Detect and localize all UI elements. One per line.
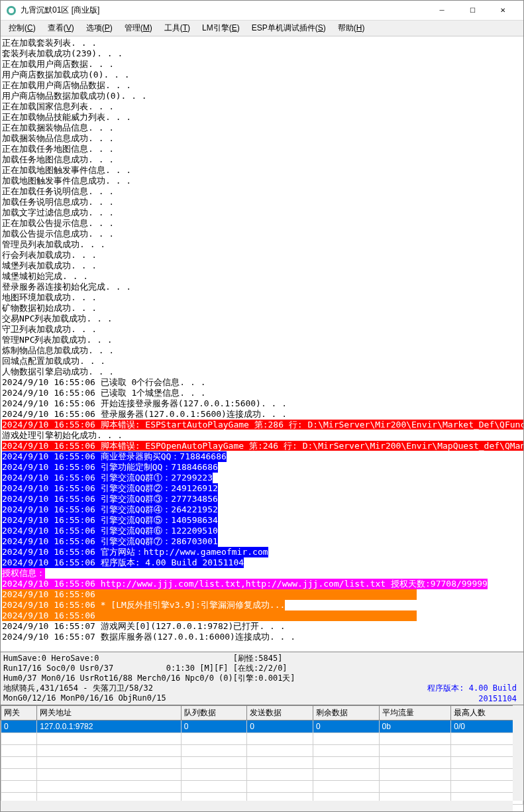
log-line: 正在加载用户商店数据. . .: [2, 59, 114, 69]
status-bar: HumSave:0 HeroSave:0 Run17/16 Soc0/0 Usr…: [1, 652, 523, 705]
log-line: 2024/9/10 16:55:06 登录服务器(127.0.0.1:5600)…: [2, 409, 287, 419]
menu-s[interactable]: ESP单机调试插件(S): [246, 21, 331, 35]
log-line: 正在加载任务说明信息. . .: [2, 186, 114, 196]
column-header[interactable]: 网关地址: [37, 706, 181, 721]
log-line: 守卫列表加载成功. . .: [2, 324, 97, 334]
column-header[interactable]: 发送数据: [247, 706, 313, 721]
column-header[interactable]: 剩余数据: [313, 706, 379, 721]
menu-e[interactable]: LM引擎(E): [197, 21, 245, 35]
log-line: 2024/9/10 16:55:06 引擎交流QQ群⑦：286703001: [2, 536, 218, 547]
log-line: 授权信息：: [2, 568, 45, 579]
svg-point-1: [9, 8, 14, 13]
log-line: 2024/9/10 16:55:06 引擎交流QQ群③：277734856: [2, 494, 218, 504]
log-line: 回城点配置加载成功. . .: [2, 356, 105, 366]
column-header[interactable]: 网关: [1, 706, 37, 721]
log-line: 2024/9/10 16:55:06 脚本错误: ESPOpenAutoPlay…: [2, 441, 523, 451]
status-version: 程序版本: 4.00 Build 20151104: [405, 683, 521, 703]
menubar: 控制(C)查看(V)选项(P)管理(M)工具(T)LM引擎(E)ESP单机调试插…: [1, 21, 523, 36]
log-line: 2024/9/10 16:55:06: [2, 610, 417, 621]
gateway-table[interactable]: 网关网关地址队列数据发送数据剩余数据平均流量最高人数 0127.0.0.1:97…: [1, 705, 523, 805]
column-header[interactable]: 队列数据: [181, 706, 247, 721]
log-line: 游戏处理引擎初始化成功. . .: [2, 430, 123, 440]
menu-c[interactable]: 控制(C): [3, 21, 41, 35]
app-icon: [6, 5, 17, 16]
log-line: 矿物数据初始成功. . .: [2, 303, 97, 313]
log-line: 2024/9/10 16:55:06 开始连接登录服务器(127.0.0.1:5…: [2, 398, 287, 408]
log-line: 正在加载地图触发事件信息. . .: [2, 165, 131, 175]
vertical-scrollbar[interactable]: [513, 705, 523, 801]
log-line: 城堡列表加载成功. . .: [2, 261, 97, 270]
log-line: 加载公告提示信息成功. . .: [2, 229, 114, 239]
log-line: 2024/9/10 16:55:06: [2, 589, 417, 600]
table-row[interactable]: [1, 745, 523, 757]
menu-t[interactable]: 工具(T): [159, 21, 195, 35]
gateway-grid-panel: 网关网关地址队列数据发送数据剩余数据平均流量最高人数 0127.0.0.1:97…: [1, 705, 523, 811]
minimize-button[interactable]: ─: [427, 1, 457, 21]
log-line: 管理员列表加载成功. . .: [2, 239, 105, 249]
log-line: 正在加载公告提示信息. . .: [2, 218, 114, 228]
log-line: 加载文字过滤信息成功. . .: [2, 207, 114, 217]
log-line: 用户商店物品数据加载成功(0). . .: [2, 91, 147, 101]
main-window: 九霄沉默01区 [商业版] ─ ☐ ✕ 控制(C)查看(V)选项(P)管理(M)…: [0, 0, 524, 812]
status-hum: Hum0/37 Mon0/16 UsrRot16/88 Merch0/16 Np…: [3, 673, 233, 683]
log-line: 2024/9/10 16:55:06 已读取 0个行会信息. . .: [2, 377, 206, 387]
log-line: 正在加载物品技能威力列表. . .: [2, 112, 131, 122]
log-line: 管理NPC列表加载成功. . .: [2, 335, 113, 345]
log-line: 2024/9/10 16:55:06 引擎交流QQ群⑤：140598634: [2, 515, 218, 526]
log-line: 加载任务地图信息成功. . .: [2, 154, 114, 164]
table-row[interactable]: 0127.0.0.1:97820000b0/0: [1, 721, 523, 733]
horizontal-scrollbar[interactable]: [1, 801, 513, 811]
log-line: 2024/9/10 16:55:06 脚本错误: ESPStartAutoPla…: [2, 420, 523, 430]
status-engine: [引擎:0.001天]: [233, 673, 405, 683]
log-line: 行会列表加载成功. . .: [2, 250, 97, 260]
log-line: 2024/9/10 16:55:06 引擎功能定制QQ：718846686: [2, 462, 218, 473]
table-header-row: 网关网关地址队列数据发送数据剩余数据平均流量最高人数: [1, 706, 523, 721]
status-run: Run17/16 Soc0/0 Usr0/37 0:1:30 [M][F]: [3, 664, 233, 673]
log-line: 2024/9/10 16:55:07 数据库服务器(127.0.0.1:6000…: [2, 632, 295, 642]
log-line: 人物数据引擎启动成功. . .: [2, 367, 114, 377]
menu-p[interactable]: 选项(P): [81, 21, 118, 35]
status-map: 地狱骑兵,431/1654 - 失落刀卫/58/32: [3, 683, 233, 693]
log-line: 2024/9/10 16:55:06 引擎交流QQ群④：264221952: [2, 504, 218, 515]
status-online: [在线:2/2/0]: [233, 664, 405, 673]
menu-m[interactable]: 管理(M): [119, 21, 158, 35]
table-row[interactable]: [1, 769, 523, 781]
log-line: 2024/9/10 16:55:06 * [LM反外挂引擎v3.9]:引擎漏洞修…: [2, 600, 285, 610]
table-row[interactable]: [1, 733, 523, 745]
status-monster: [刷怪:5845]: [233, 654, 405, 664]
log-line: 套装列表加载成功(239). . .: [2, 48, 123, 58]
log-line: 加载任务说明信息成功. . .: [2, 197, 114, 207]
menu-h[interactable]: 帮助(H): [333, 21, 370, 35]
log-line: 用户商店数据加载成功(0). . .: [2, 70, 130, 80]
log-line: 正在加载套装列表. . .: [2, 38, 97, 48]
log-line: 2024/9/10 16:55:07 游戏网关[0](127.0.0.1:978…: [2, 621, 286, 631]
log-line: 正在加载捆装物品信息. . .: [2, 123, 114, 133]
log-line: 地图环境加载成功. . .: [2, 292, 97, 302]
status-humsave: HumSave:0 HeroSave:0: [3, 654, 233, 664]
status-mong: MonG0/12/16 MonP0/16/16 ObjRun0/15: [3, 693, 233, 703]
log-line: 2024/9/10 16:55:06 http://www.jjj.com/li…: [2, 579, 488, 589]
maximize-button[interactable]: ☐: [457, 1, 488, 21]
log-line: 加载地图触发事件信息成功. . .: [2, 176, 131, 186]
table-body: 0127.0.0.1:97820000b0/0: [1, 721, 523, 805]
log-line: 2024/9/10 16:55:06 官方网站：http://www.gameo…: [2, 547, 268, 557]
log-line: 2024/9/10 16:55:06 已读取 1个城堡信息. . .: [2, 388, 206, 398]
log-panel[interactable]: 正在加载套装列表. . .套装列表加载成功(239). . .正在加载用户商店数…: [1, 36, 523, 652]
log-line: 2024/9/10 16:55:06 引擎交流QQ群⑥：122209510: [2, 526, 218, 536]
table-row[interactable]: [1, 781, 523, 793]
log-line: 城堡城初始完成. . .: [2, 271, 88, 281]
log-line: 2024/9/10 16:55:06 商业登录器购买QQ：718846686: [2, 451, 227, 462]
close-button[interactable]: ✕: [488, 1, 518, 21]
log-line: 2024/9/10 16:55:06 程序版本: 4.00 Build 2015…: [2, 557, 244, 568]
titlebar: 九霄沉默01区 [商业版] ─ ☐ ✕: [1, 1, 523, 21]
column-header[interactable]: 平均流量: [379, 706, 451, 721]
table-row[interactable]: [1, 757, 523, 769]
log-line: 2024/9/10 16:55:06 引擎交流QQ群②：249126912: [2, 483, 218, 494]
menu-v[interactable]: 查看(V): [42, 21, 79, 35]
log-line: 正在加载用户商店物品数据. . .: [2, 80, 131, 90]
log-line: 加载捆装物品信息成功. . .: [2, 133, 114, 143]
window-controls: ─ ☐ ✕: [427, 1, 518, 21]
window-title: 九霄沉默01区 [商业版]: [21, 5, 427, 16]
log-line: 正在加载国家信息列表. . .: [2, 101, 114, 111]
log-line: 登录服务器连接初始化完成. . .: [2, 282, 131, 292]
